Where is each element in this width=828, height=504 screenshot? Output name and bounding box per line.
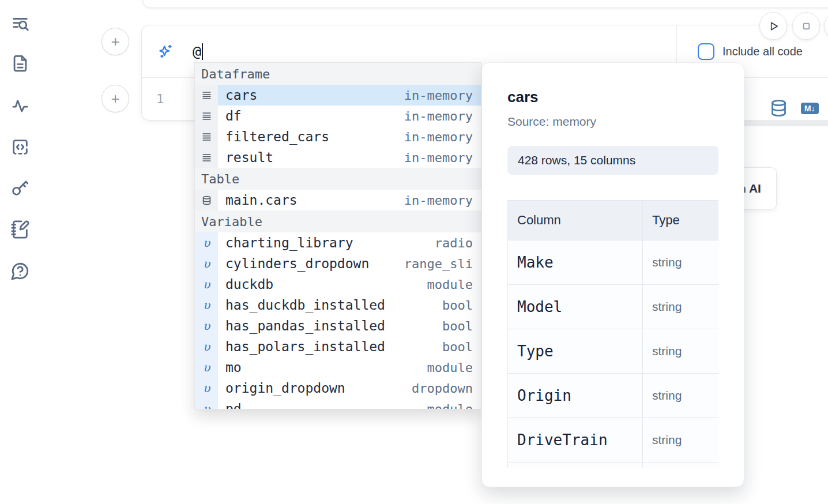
completion-list: Dataframecarsin-memorydfin-memoryfiltere…	[195, 63, 481, 409]
schema-row: Modelstring	[508, 285, 719, 329]
variable-icon: υ	[195, 315, 218, 336]
sidebar-secrets-button[interactable]	[10, 177, 31, 198]
text-cursor	[202, 43, 203, 60]
schema-column-type: string	[643, 418, 719, 462]
code-square-icon	[10, 137, 30, 157]
schema-row: Originstring	[508, 374, 719, 418]
completion-item-origin_dropdown[interactable]: υorigin_dropdowndropdown	[195, 378, 481, 398]
notebook-pen-icon	[10, 220, 30, 239]
completion-item-type: in-memory	[404, 130, 473, 144]
schema-column-type: string	[643, 285, 719, 329]
completion-item-name: duckdb	[225, 277, 273, 292]
completion-item-has_duckdb_installed[interactable]: υhas_duckdb_installedbool	[195, 295, 481, 315]
sidebar-files-button[interactable]	[10, 53, 31, 74]
completion-item-type: module	[427, 277, 473, 292]
sparkles-ai-icon	[157, 43, 174, 59]
completion-item-type: bool	[442, 298, 473, 313]
completion-item-name: main.cars	[225, 193, 298, 208]
line-number: 1	[156, 92, 164, 106]
variable-icon: υ	[195, 295, 218, 315]
add-cell-below-button[interactable]: +	[101, 85, 129, 112]
rows-icon	[195, 126, 218, 147]
datasource-database-icon[interactable]	[769, 99, 788, 118]
completion-item-cylinders_dropdown[interactable]: υcylinders_dropdownrange_sli	[195, 253, 481, 274]
completion-item-name: has_duckdb_installed	[225, 298, 385, 313]
schema-column-name: Make	[508, 240, 643, 285]
completion-item-name: df	[225, 108, 242, 123]
completion-item-type: in-memory	[404, 193, 473, 208]
completion-item-type: radio	[435, 236, 473, 250]
markdown-convert-icon[interactable]: M↓	[801, 103, 819, 114]
sidebar-snippets-button[interactable]	[10, 137, 31, 157]
variable-icon: υ	[195, 398, 218, 409]
schema-row: Makestring	[508, 240, 719, 285]
sidebar-toc-search-button[interactable]	[10, 13, 31, 34]
sidebar-scratchpad-button[interactable]	[10, 219, 31, 240]
stop-cell-button[interactable]	[792, 12, 820, 40]
completion-item-result[interactable]: resultin-memory	[195, 147, 481, 168]
previous-cell-edge	[142, 0, 828, 8]
completion-item-name: result	[225, 150, 273, 165]
completion-item-has_polars_installed[interactable]: υhas_polars_installedbool	[195, 336, 481, 357]
completion-item-duckdb[interactable]: υduckdbmodule	[195, 274, 481, 295]
panel-source: Source: memory	[507, 115, 718, 129]
schema-row	[508, 462, 719, 468]
run-cell-button[interactable]	[759, 12, 787, 40]
completion-item-type: in-memory	[404, 88, 473, 103]
completion-dropdown: Dataframecarsin-memorydfin-memoryfiltere…	[194, 62, 481, 409]
completion-item-name: filtered_cars	[225, 129, 329, 144]
completion-item-df[interactable]: dfin-memory	[195, 106, 481, 126]
toc-search-icon	[10, 14, 30, 33]
completion-item-name: cylinders_dropdown	[225, 256, 369, 271]
schema-header-column: Column	[508, 201, 643, 240]
completion-item-filtered_cars[interactable]: filtered_carsin-memory	[195, 126, 481, 147]
sidebar-tracing-button[interactable]	[10, 95, 31, 116]
completion-item-cars[interactable]: carsin-memory	[195, 85, 481, 106]
variable-icon: υ	[195, 357, 218, 378]
schema-column-type	[643, 462, 719, 468]
completion-item-type: dropdown	[412, 381, 473, 396]
completion-section-header: Variable	[195, 210, 481, 232]
completion-item-has_pandas_installed[interactable]: υhas_pandas_installedbool	[195, 315, 481, 336]
schema-row: Typestring	[508, 329, 719, 374]
schema-table: Column Type MakestringModelstringTypestr…	[507, 200, 718, 468]
stop-square-icon	[800, 20, 813, 33]
schema-column-name: Model	[508, 285, 643, 329]
completion-item-charting_library[interactable]: υcharting_libraryradio	[195, 232, 481, 253]
schema-row: DriveTrainstring	[508, 418, 719, 462]
include-all-code-checkbox[interactable]	[698, 43, 714, 60]
variable-icon: υ	[195, 253, 218, 274]
completion-item-type: bool	[442, 319, 473, 333]
schema-column-type: string	[643, 329, 719, 374]
completion-item-type: module	[427, 402, 473, 410]
ai-prompt-input[interactable]: @	[193, 43, 201, 60]
schema-column-name	[508, 462, 643, 468]
sidebar-help-button[interactable]	[10, 261, 31, 281]
rows-icon	[195, 147, 218, 168]
rows-icon	[195, 106, 218, 126]
schema-column-name: Type	[508, 329, 643, 374]
completion-item-type: in-memory	[404, 109, 473, 123]
panel-stats-badge: 428 rows, 15 columns	[507, 146, 718, 175]
rows-icon	[195, 85, 218, 106]
help-chat-icon	[10, 261, 30, 281]
database-icon	[195, 190, 218, 210]
schema-column-name: Origin	[508, 374, 643, 418]
completion-item-mo[interactable]: υmomodule	[195, 357, 481, 378]
variable-icon: υ	[195, 232, 218, 253]
schema-column-type: string	[643, 240, 719, 285]
completion-section-header: Table	[195, 168, 481, 190]
add-cell-above-button[interactable]: +	[101, 28, 129, 55]
schema-header-type: Type	[643, 201, 719, 240]
completion-item-name: pd	[225, 401, 242, 409]
completion-item-name: cars	[225, 88, 257, 103]
schema-column-name: DriveTrain	[508, 418, 643, 462]
variable-icon: υ	[195, 274, 218, 295]
completion-item-pd[interactable]: υpdmodule	[195, 398, 481, 409]
completion-section-header: Dataframe	[195, 63, 481, 85]
completion-item-name: charting_library	[225, 235, 353, 250]
completion-item-type: range_sli	[404, 257, 473, 271]
panel-title: cars	[507, 88, 718, 106]
completion-item-main.cars[interactable]: main.carsin-memory	[195, 190, 481, 210]
completion-item-type: bool	[442, 340, 473, 354]
